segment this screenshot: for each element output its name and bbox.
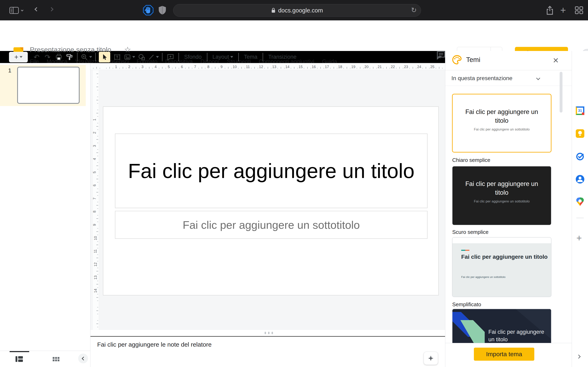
explore-button[interactable] xyxy=(424,352,438,365)
expand-strip-icon[interactable] xyxy=(577,355,580,359)
layout-label: Layout xyxy=(213,54,229,60)
divider xyxy=(576,218,584,218)
background-button[interactable]: Sfondo xyxy=(182,54,204,60)
line-dropdown-caret[interactable] xyxy=(156,56,159,58)
text-box-tool[interactable] xyxy=(112,52,122,62)
filmstrip-view-icon[interactable] xyxy=(16,356,23,362)
filmstrip-bottom-bar xyxy=(0,351,90,367)
zoom-icon[interactable] xyxy=(81,52,92,62)
panel-title: Temi xyxy=(466,56,480,64)
privacy-shield-icon[interactable] xyxy=(158,6,167,15)
speaker-notes-area[interactable]: Fai clic per aggiungere le note del rela… xyxy=(90,337,445,367)
paint-format-icon xyxy=(65,52,74,62)
divider xyxy=(445,70,572,70)
title-placeholder-text: Fai clic per aggiungere un titolo xyxy=(120,156,423,186)
google-maps-icon[interactable] xyxy=(576,197,584,206)
theme-subtitle-preview: Fai clic per aggiungere un sottotitolo xyxy=(453,127,551,132)
undo-icon[interactable]: ↶ xyxy=(32,53,41,61)
editor-canvas: 1234567891011121314151617181920212223242… xyxy=(90,63,445,330)
sidebar-menu-chevron-icon[interactable] xyxy=(21,8,23,12)
section-label: In questa presentazione xyxy=(451,75,512,82)
add-app-icon[interactable]: + xyxy=(576,233,582,243)
theme-title-preview: Fai clic per aggiungere un titolo xyxy=(461,253,549,261)
shape-tool[interactable] xyxy=(137,52,147,62)
theme-title-preview: Fai clic per aggiungere un titolo xyxy=(459,108,545,125)
subtitle-placeholder-text: Fai clic per aggiungere un sottotitolo xyxy=(183,218,360,231)
explore-star-icon xyxy=(428,355,434,361)
new-slide-button[interactable]: + xyxy=(9,52,28,62)
panel-scrollbar[interactable] xyxy=(560,72,562,113)
theme-subtitle-preview: Fai clic per aggiungere un sottotitolo xyxy=(461,275,506,278)
divider xyxy=(445,86,572,86)
line-tool[interactable] xyxy=(148,52,159,62)
collapse-toolbar-icon[interactable] xyxy=(434,53,443,61)
side-apps-strip: 31 + xyxy=(572,51,588,367)
google-calendar-icon[interactable]: 31 xyxy=(576,106,584,115)
transition-button[interactable]: Transizione xyxy=(266,54,299,60)
horizontal-ruler: 1234567891011121314151617181920212223242… xyxy=(90,64,445,70)
active-view-indicator xyxy=(9,351,29,352)
palette-icon xyxy=(452,55,462,65)
insert-comment-tool[interactable] xyxy=(165,52,175,62)
reload-icon[interactable]: ↻ xyxy=(411,6,417,14)
url-text: docs.google.com xyxy=(278,7,323,14)
theme-card-semplificato[interactable]: Fai clic per aggiungere un titolo Fai cl… xyxy=(452,237,552,297)
panel-footer: Importa tema xyxy=(445,343,572,367)
collapse-filmstrip-button[interactable] xyxy=(78,354,88,363)
google-tasks-icon[interactable] xyxy=(576,152,584,161)
theme-subtitle-preview: Fai clic per aggiungere un sottotitolo xyxy=(452,200,551,203)
theme-card-chiaro-semplice[interactable]: Fai clic per aggiungere un titolo Fai cl… xyxy=(452,94,552,152)
calendar-day: 31 xyxy=(578,109,582,113)
import-theme-button[interactable]: Importa tema xyxy=(474,348,534,361)
themes-panel: Temi ✕ In questa presentazione Fai clic … xyxy=(445,51,572,367)
tls-lock-icon xyxy=(271,8,276,13)
tab-overview-icon[interactable] xyxy=(575,6,584,14)
slide-number: 1 xyxy=(8,67,11,74)
layout-button[interactable]: Layout xyxy=(210,54,235,60)
google-contacts-icon[interactable] xyxy=(576,175,584,184)
notes-resize-handle[interactable] xyxy=(90,330,445,336)
app-header: Presentazione senza titolo ☆ File Modifi… xyxy=(0,20,588,51)
address-bar[interactable]: docs.google.com ↻ xyxy=(173,4,421,17)
google-keep-icon[interactable] xyxy=(576,129,584,138)
theme-button[interactable]: Tema xyxy=(242,54,259,60)
toolbar: + ↶ ↷ Sfondo Layout Tema Transizione xyxy=(9,51,298,63)
slide-filmstrip: 1 xyxy=(0,63,90,351)
plus-icon: + xyxy=(14,53,18,61)
theme-name: Semplificato xyxy=(452,301,481,308)
print-icon[interactable] xyxy=(54,52,63,62)
redo-icon[interactable]: ↷ xyxy=(43,53,52,61)
title-placeholder-box[interactable]: Fai clic per aggiungere un titolo xyxy=(115,133,428,208)
image-dropdown-caret[interactable] xyxy=(132,56,135,58)
back-icon[interactable] xyxy=(35,8,38,12)
theme-title-preview: Fai clic per aggiungere un titolo xyxy=(459,179,545,197)
close-panel-icon[interactable]: ✕ xyxy=(553,56,559,65)
insert-image-tool[interactable] xyxy=(124,52,135,62)
content-blocker-hand-icon[interactable] xyxy=(143,5,154,16)
theme-title-preview: Fai clic per aggiungere un titolo xyxy=(488,328,550,343)
browser-toolbar: docs.google.com ↻ + xyxy=(0,0,588,20)
share-icon[interactable] xyxy=(545,5,554,16)
new-tab-icon[interactable]: + xyxy=(560,4,566,16)
zoom-dropdown-caret[interactable] xyxy=(89,56,92,58)
slide-thumbnail[interactable] xyxy=(17,67,80,104)
forward-icon xyxy=(50,8,53,12)
theme-name: Scuro semplice xyxy=(452,229,489,235)
subtitle-placeholder-box[interactable]: Fai clic per aggiungere un sottotitolo xyxy=(115,211,428,239)
section-collapse-icon[interactable] xyxy=(537,77,540,80)
select-tool[interactable] xyxy=(99,52,110,62)
theme-card-scuro-semplice[interactable]: Fai clic per aggiungere un titolo Fai cl… xyxy=(452,166,552,225)
sidebar-toggle-icon[interactable] xyxy=(9,7,19,14)
accent-dash-icon xyxy=(461,250,469,251)
slide-page[interactable]: Fai clic per aggiungere un titolo Fai cl… xyxy=(103,106,439,295)
drag-handle-icon xyxy=(265,332,273,334)
speaker-notes-placeholder: Fai clic per aggiungere le note del rela… xyxy=(97,341,212,348)
grid-view-icon[interactable] xyxy=(53,357,60,362)
theme-name: Chiaro semplice xyxy=(452,157,490,163)
vertical-ruler: 1234567891011121314 xyxy=(93,70,99,330)
